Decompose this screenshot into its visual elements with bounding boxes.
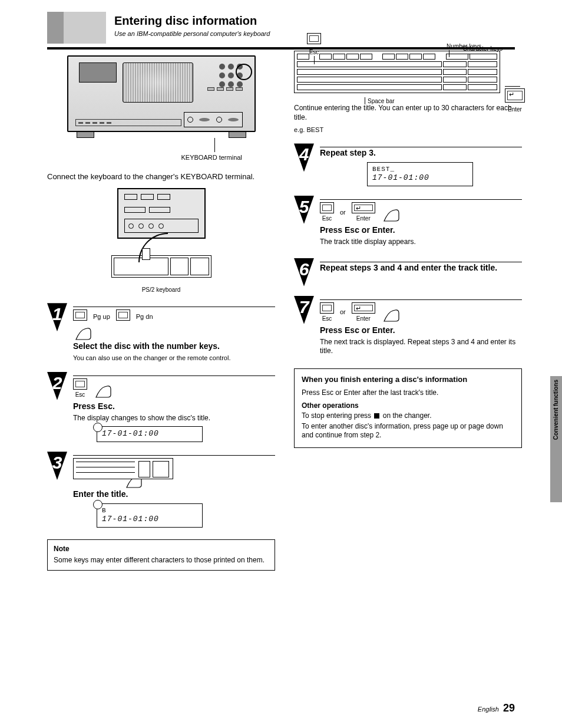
side-tab-label: Convenient functions (550, 376, 561, 443)
step-3: 3 Enter the title. B 17-01-01:00 (47, 452, 275, 527)
step4-heading: Repeat step 3. (320, 147, 522, 158)
note-title: Note (54, 545, 269, 554)
step6-heading: Repeat steps 3 and 4 and enter the track… (320, 262, 522, 273)
enter-key-icon (352, 302, 375, 314)
enter-key-icon (505, 88, 525, 103)
or-label: or (340, 208, 346, 216)
enter-key-icon (352, 202, 375, 213)
step7-sub: The next track is displayed. Repeat step… (320, 338, 522, 356)
cd-changer-illustration: KEYBOARD terminal (67, 55, 256, 162)
info-other-heading: Other operations (302, 401, 514, 411)
intro-right-example: e.g. BEST (294, 126, 522, 134)
hand-press-icon (93, 381, 117, 398)
step1-note: You can also use on the changer or the r… (73, 354, 275, 362)
keyboard-jack-panel (184, 112, 243, 127)
hand-press-icon (73, 323, 97, 341)
esc-key-icon (320, 302, 334, 314)
lcd-display: BEST_ 17-01-01:00 (367, 162, 473, 186)
esc-label: Esc (322, 315, 332, 322)
intro-left-text: Connect the keyboard to the changer's KE… (47, 172, 275, 182)
esc-key-icon (320, 202, 334, 213)
or-label: or (340, 308, 346, 316)
step3-heading: Enter the title. (73, 489, 275, 499)
keyboard-terminal-label: KEYBOARD terminal (181, 153, 256, 162)
enter-label: Enter (356, 315, 371, 322)
info-title: When you finish entering a disc's inform… (302, 375, 514, 385)
step1-heading: Select the disc with the number keys. (73, 341, 275, 351)
step2-sub: The display changes to show the disc's t… (73, 414, 275, 423)
keyboard-layout-figure: Esc Number keys Character keys Space ba (294, 51, 500, 93)
page-footer: English 29 (478, 701, 515, 715)
info-line2: To stop entering press on the changer. (302, 411, 514, 421)
step-5: 5 Esc or Enter Pres (294, 196, 522, 249)
number-key-icon (73, 309, 87, 321)
lcd-display: 17-01-01:00 (97, 426, 203, 442)
page-subtitle: Use an IBM-compatible personal computer'… (114, 29, 270, 38)
step-2: 2 Esc Press Esc. The display changes to … (47, 372, 275, 443)
ps2-keyboard-label: PS/2 keyboard (105, 286, 217, 294)
step5-sub: The track title display appears. (320, 238, 522, 247)
page-title: Entering disc information (114, 13, 270, 28)
hand-press-icon (381, 205, 405, 222)
step-1: 1 Pg up Pg dn Select the disc with the n… (47, 303, 275, 362)
esc-label: Esc (322, 215, 332, 222)
space-bar-label: Space bar (368, 97, 395, 105)
step7-heading: Press Esc or Enter. (320, 325, 522, 335)
esc-key-icon (307, 33, 321, 44)
keyboard-connection-figure: PS/2 keyboard (105, 188, 217, 294)
enter-callout-label: Enter (505, 106, 525, 113)
step2-heading: Press Esc. (73, 401, 275, 411)
pgup-label: Pg up (93, 312, 110, 321)
stop-icon (374, 413, 379, 419)
esc-key-icon (73, 378, 87, 390)
step5-heading: Press Esc or Enter. (320, 225, 522, 235)
side-tab: Convenient functions (550, 376, 562, 502)
note-body: Some keys may enter different characters… (54, 556, 269, 565)
info-line1: Press Esc or Enter after the last track'… (302, 388, 514, 398)
esc-callout-label: Esc (307, 48, 321, 56)
finish-info-box: When you finish entering a disc's inform… (294, 368, 522, 448)
step-4: 4 Repeat step 3. BEST_ 17-01-01:00 (294, 143, 522, 186)
intro-right: Continue entering the title. You can ent… (294, 104, 522, 122)
info-line3: To enter another disc's information, pre… (302, 422, 514, 440)
note-box: Note Some keys may enter different chara… (47, 539, 275, 571)
hand-press-icon (381, 305, 405, 322)
header-color-block (47, 12, 106, 44)
step-7: 7 Esc or Enter Pres (294, 296, 522, 358)
pgdn-label: Pg dn (136, 312, 153, 321)
keyboard-typing-figure (73, 458, 173, 489)
number-key-icon (116, 309, 130, 321)
char-keys-label: Character keys (463, 45, 503, 52)
enter-label: Enter (356, 215, 371, 222)
lcd-display: B 17-01-01:00 (97, 503, 203, 528)
step-6: 6 Repeat steps 3 and 4 and enter the tra… (294, 258, 522, 286)
esc-label: Esc (75, 391, 85, 398)
